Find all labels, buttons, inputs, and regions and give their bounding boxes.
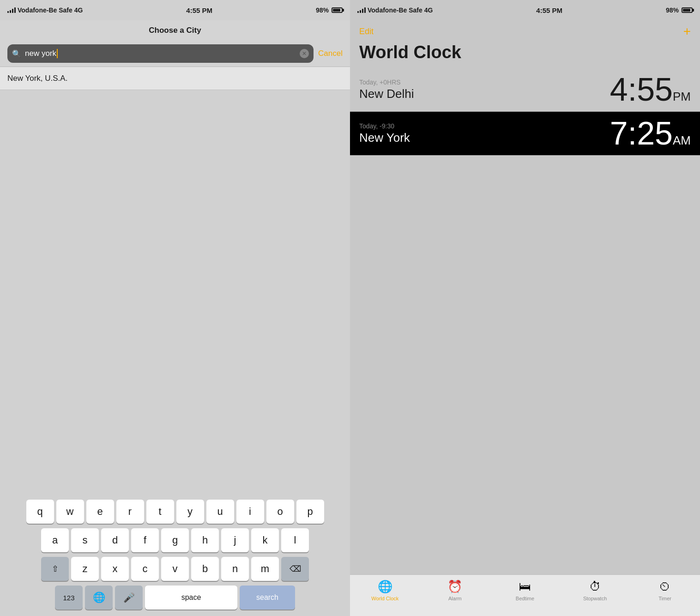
clock-entry-left-new-york: Today, -9:30 New York bbox=[359, 122, 410, 145]
key-x[interactable]: x bbox=[101, 557, 129, 581]
new-york-time-value: 7:25 bbox=[610, 117, 673, 150]
key-n[interactable]: n bbox=[221, 557, 249, 581]
key-g[interactable]: g bbox=[161, 528, 189, 552]
clock-entry-new-york: Today, -9:30 New York 7:25AM bbox=[350, 112, 700, 156]
keyboard-row-2: a s d f g h j k l bbox=[2, 528, 348, 552]
search-input[interactable]: new york bbox=[25, 49, 296, 59]
right-panel: Vodafone-Be Safe 4G 4:55 PM 98% Edit + W… bbox=[350, 0, 700, 616]
clear-button[interactable]: ✕ bbox=[300, 49, 309, 58]
shift-key[interactable]: ⇧ bbox=[41, 557, 69, 581]
bedtime-tab-icon: 🛏 bbox=[519, 580, 531, 594]
alarm-tab-icon: ⏰ bbox=[447, 580, 462, 594]
right-carrier-label: Vodafone-Be Safe bbox=[368, 6, 422, 14]
new-york-city: New York bbox=[359, 131, 410, 145]
key-t[interactable]: t bbox=[146, 500, 174, 524]
right-battery-percent: 98% bbox=[666, 6, 679, 14]
right-nav: Edit + bbox=[350, 20, 700, 41]
search-value: new york bbox=[25, 49, 56, 58]
search-row: 🔍 new york ✕ Cancel bbox=[0, 41, 350, 66]
timer-tab-label: Timer bbox=[658, 596, 671, 601]
search-box[interactable]: 🔍 new york ✕ bbox=[7, 44, 314, 63]
left-battery: 98% bbox=[316, 6, 343, 14]
key-a[interactable]: a bbox=[41, 528, 69, 552]
key-w[interactable]: w bbox=[56, 500, 84, 524]
new-delhi-city: New Delhi bbox=[359, 87, 414, 101]
key-j[interactable]: j bbox=[221, 528, 249, 552]
choose-city-title: Choose a City bbox=[149, 26, 201, 35]
carrier-label: Vodafone-Be Safe bbox=[18, 6, 72, 14]
right-carrier-info: Vodafone-Be Safe 4G bbox=[357, 6, 433, 14]
right-time: 4:55 PM bbox=[536, 6, 562, 14]
battery-percent: 98% bbox=[316, 6, 329, 14]
space-key[interactable]: space bbox=[145, 586, 237, 610]
tab-timer[interactable]: ⏲ Timer bbox=[646, 580, 683, 601]
stopwatch-tab-icon: ⏱ bbox=[589, 580, 601, 594]
battery-icon bbox=[332, 7, 343, 13]
key-s[interactable]: s bbox=[71, 528, 99, 552]
right-status-bar: Vodafone-Be Safe 4G 4:55 PM 98% bbox=[350, 0, 700, 20]
battery-fill bbox=[333, 9, 340, 12]
key-z[interactable]: z bbox=[71, 557, 99, 581]
alarm-tab-label: Alarm bbox=[448, 596, 462, 601]
key-f[interactable]: f bbox=[131, 528, 159, 552]
tab-world-clock[interactable]: 🌐 World Clock bbox=[367, 580, 404, 601]
key-y[interactable]: y bbox=[176, 500, 204, 524]
backspace-key[interactable]: ⌫ bbox=[281, 557, 309, 581]
keyboard-row-1: q w e r t y u i o p bbox=[2, 500, 348, 524]
world-clock-tab-icon: 🌐 bbox=[378, 580, 392, 594]
network-label: 4G bbox=[74, 6, 83, 14]
clock-entries: Today, +0HRS New Delhi 4:55PM Today, -9:… bbox=[350, 68, 700, 321]
key-c[interactable]: c bbox=[131, 557, 159, 581]
new-delhi-offset: Today, +0HRS bbox=[359, 79, 414, 86]
tab-stopwatch[interactable]: ⏱ Stopwatch bbox=[577, 580, 614, 601]
new-york-offset: Today, -9:30 bbox=[359, 122, 410, 130]
left-status-bar: Vodafone-Be Safe 4G 4:55 PM 98% bbox=[0, 0, 350, 20]
key-k[interactable]: k bbox=[251, 528, 279, 552]
search-key[interactable]: search bbox=[240, 586, 295, 610]
new-delhi-time-value: 4:55 bbox=[610, 73, 673, 106]
timer-tab-icon: ⏲ bbox=[659, 580, 671, 594]
result-text: New York, U.S.A. bbox=[7, 74, 67, 83]
world-clock-title: World Clock bbox=[350, 41, 700, 68]
key-v[interactable]: v bbox=[161, 557, 189, 581]
result-item[interactable]: New York, U.S.A. bbox=[0, 67, 350, 90]
tab-alarm[interactable]: ⏰ Alarm bbox=[436, 580, 473, 601]
bedtime-tab-label: Bedtime bbox=[516, 596, 534, 601]
right-network-label: 4G bbox=[424, 6, 433, 14]
globe-key[interactable]: 🌐 bbox=[85, 586, 113, 610]
key-d[interactable]: d bbox=[101, 528, 129, 552]
key-m[interactable]: m bbox=[251, 557, 279, 581]
right-battery-icon bbox=[682, 7, 693, 13]
key-l[interactable]: l bbox=[281, 528, 309, 552]
right-battery-fill bbox=[683, 9, 690, 12]
key-h[interactable]: h bbox=[191, 528, 219, 552]
signal-icon bbox=[7, 7, 16, 13]
tab-bedtime[interactable]: 🛏 Bedtime bbox=[507, 580, 543, 601]
edit-button[interactable]: Edit bbox=[359, 27, 374, 36]
text-cursor bbox=[57, 49, 58, 58]
numbers-key[interactable]: 123 bbox=[55, 586, 83, 610]
left-time: 4:55 PM bbox=[186, 6, 212, 14]
new-york-time: 7:25AM bbox=[610, 117, 691, 150]
key-i[interactable]: i bbox=[236, 500, 264, 524]
add-button[interactable]: + bbox=[683, 24, 691, 39]
tab-bar: 🌐 World Clock ⏰ Alarm 🛏 Bedtime ⏱ Stopwa… bbox=[350, 574, 700, 616]
left-carrier-info: Vodafone-Be Safe 4G bbox=[7, 6, 83, 14]
new-delhi-time: 4:55PM bbox=[610, 73, 691, 106]
key-r[interactable]: r bbox=[116, 500, 144, 524]
key-p[interactable]: p bbox=[296, 500, 324, 524]
key-u[interactable]: u bbox=[206, 500, 234, 524]
key-e[interactable]: e bbox=[86, 500, 114, 524]
results-list: New York, U.S.A. bbox=[0, 67, 350, 90]
cancel-button[interactable]: Cancel bbox=[318, 49, 343, 58]
key-b[interactable]: b bbox=[191, 557, 219, 581]
right-signal-icon bbox=[357, 7, 366, 13]
microphone-key[interactable]: 🎤 bbox=[115, 586, 143, 610]
key-q[interactable]: q bbox=[26, 500, 54, 524]
keyboard-area: q w e r t y u i o p a s d f g h j k l ⇧ … bbox=[0, 496, 350, 616]
right-battery: 98% bbox=[666, 6, 693, 14]
search-icon: 🔍 bbox=[12, 49, 21, 58]
search-empty-area bbox=[0, 90, 350, 496]
key-o[interactable]: o bbox=[266, 500, 294, 524]
keyboard-row-4: 123 🌐 🎤 space search bbox=[2, 586, 348, 610]
